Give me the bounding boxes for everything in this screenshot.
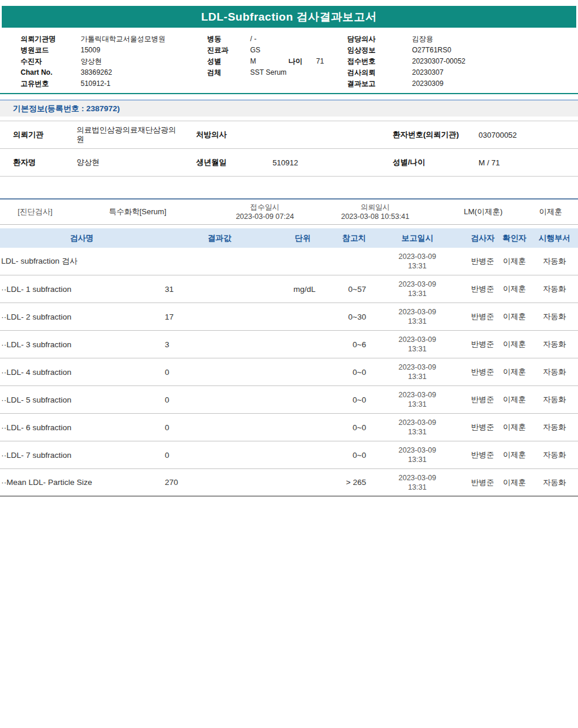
basic-info-row: 의뢰기관 의료법인삼광의료재단삼광의원 처방의사 환자번호(의뢰기관) 0307… <box>0 121 578 149</box>
field-value: 양상현 <box>77 157 196 168</box>
col-header-department: 시행부서 <box>531 233 578 244</box>
result-row: ··LDL- 2 subfraction 17 0~30 2023-03-09 … <box>0 303 578 331</box>
report-datetime: 2023-03-09 13:31 <box>367 280 467 298</box>
header-field-row: 진료과 GS <box>207 45 324 56</box>
report-time: 13:31 <box>367 455 467 464</box>
field-label: 생년월일 <box>196 157 273 168</box>
basic-info-row: 환자명 양상현 생년월일 510912 성별/나이 M / 71 <box>0 149 578 177</box>
header-field-row: 병원코드 15009 <box>21 45 165 56</box>
report-date: 2023-03-09 <box>367 473 467 483</box>
header-field-row: 검체 SST Serum <box>207 67 324 78</box>
department: 자동화 <box>531 256 578 267</box>
field-label: 진료과 <box>207 45 250 56</box>
test-name: ··LDL- 6 subfraction <box>0 423 164 432</box>
report-datetime: 2023-03-09 13:31 <box>367 252 467 271</box>
field-label: 처방의사 <box>196 129 273 140</box>
results-section: [진단검사] 특수화학[Serum] 접수일시 2023-03-09 07:24… <box>0 198 578 497</box>
field-value-text: 의료법인삼광의료재단삼광의원 <box>77 125 178 144</box>
order-label: 의뢰일시 <box>330 202 421 212</box>
field-label: 환자명 <box>0 157 77 168</box>
field-label: 병원코드 <box>21 45 81 56</box>
department: 자동화 <box>531 311 578 322</box>
result-row: ··LDL- 5 subfraction 0 0~0 2023-03-09 13… <box>0 386 578 414</box>
department: 자동화 <box>531 477 578 488</box>
department: 자동화 <box>531 367 578 377</box>
result-value: 17 <box>164 313 233 321</box>
test-category: [진단검사] <box>18 207 52 217</box>
confirmer: 이제훈 <box>498 477 531 488</box>
field-value: 김장용 <box>412 34 433 45</box>
report-date: 2023-03-09 <box>367 363 467 372</box>
result-value: 0 <box>164 395 233 404</box>
col-header-test-name: 검사명 <box>0 233 164 244</box>
page-title: LDL-Subfraction 검사결과보고서 <box>201 9 377 25</box>
confirmer: 이제훈 <box>498 311 531 322</box>
field-value: 양상현 <box>81 56 102 67</box>
tester: 반병준 <box>467 256 498 267</box>
report-date: 2023-03-09 <box>367 307 467 317</box>
patient-header-middle: 병동 / - 진료과 GS 성별 M 나이 71 검체 SST Serum <box>207 34 324 78</box>
order-datetime: 의뢰일시 2023-03-08 10:53:41 <box>330 202 421 221</box>
test-panel: 특수화학[Serum] <box>109 207 167 217</box>
reference-range: 0~0 <box>317 451 367 460</box>
col-header-unit: 단위 <box>233 233 317 244</box>
basic-info-section-header: 기본정보(등록번호 : 2387972) <box>0 99 578 117</box>
patient-header-left: 의뢰기관명 가톨릭대학교서울성모병원 병원코드 15009 수진자 양상현 Ch… <box>21 34 165 89</box>
test-name: ··LDL- 3 subfraction <box>0 340 164 349</box>
field-label: 고유번호 <box>21 78 81 89</box>
receive-value: 2023-03-09 07:24 <box>194 212 335 221</box>
header-field-row: 임상정보 O27T61RS0 <box>347 45 466 56</box>
field-value: 15009 <box>81 45 100 56</box>
report-time: 13:31 <box>367 400 467 409</box>
reference-range: 0~0 <box>317 395 367 404</box>
report-datetime: 2023-03-09 13:31 <box>367 363 467 381</box>
reference-range: 0~30 <box>317 313 367 321</box>
report-date: 2023-03-09 <box>367 335 467 344</box>
result-value: 0 <box>164 423 233 432</box>
department: 자동화 <box>531 394 578 405</box>
field-value: O27T61RS0 <box>412 45 451 56</box>
report-page: LDL-Subfraction 검사결과보고서 의뢰기관명 가톨릭대학교서울성모… <box>0 0 578 728</box>
field-label: 의뢰기관명 <box>21 34 81 45</box>
field-value: 20230309 <box>412 78 443 89</box>
report-date: 2023-03-09 <box>367 446 467 455</box>
receive-label: 접수일시 <box>194 202 335 212</box>
header-field-row: Chart No. 38369262 <box>21 67 165 78</box>
reader-name: 이제훈 <box>539 207 562 217</box>
tester: 반병준 <box>467 477 498 488</box>
field-label: Chart No. <box>21 67 81 78</box>
result-value: 3 <box>164 340 233 349</box>
test-meta-row: [진단검사] 특수화학[Serum] 접수일시 2023-03-09 07:24… <box>0 198 578 225</box>
results-header-row: 검사명 결과값 단위 참고치 보고일시 검사자 확인자 시행부서 <box>0 228 578 248</box>
reference-range: 0~6 <box>317 340 367 349</box>
department: 자동화 <box>531 284 578 294</box>
order-value: 2023-03-08 10:53:41 <box>330 212 421 221</box>
field-value: 510912 <box>273 158 393 167</box>
test-name: ··LDL- 1 subfraction <box>0 285 164 294</box>
tester: 반병준 <box>467 339 498 350</box>
field-value: SST Serum <box>250 67 287 78</box>
reference-range: > 265 <box>317 478 367 487</box>
test-name: ··LDL- 7 subfraction <box>0 451 164 460</box>
field-label: 접수번호 <box>347 56 412 67</box>
result-value: 0 <box>164 368 233 377</box>
field-label: 의뢰기관 <box>0 129 77 140</box>
report-date: 2023-03-09 <box>367 390 467 400</box>
basic-info-table: 의뢰기관 의료법인삼광의료재단삼광의원 처방의사 환자번호(의뢰기관) 0307… <box>0 121 578 177</box>
confirmer: 이제훈 <box>498 394 531 405</box>
reference-range: 0~0 <box>317 368 367 377</box>
confirmer: 이제훈 <box>498 256 531 267</box>
report-time: 13:31 <box>367 317 467 326</box>
report-time: 13:31 <box>367 372 467 381</box>
field-value: / - <box>250 34 257 45</box>
report-date: 2023-03-09 <box>367 280 467 289</box>
tester: 반병준 <box>467 311 498 322</box>
field-label: 검사의뢰 <box>347 67 412 78</box>
result-row: ··Mean LDL- Particle Size 270 > 265 2023… <box>0 469 578 497</box>
field-label: 결과보고 <box>347 78 412 89</box>
header-field-row: 담당의사 김장용 <box>347 34 466 45</box>
confirmer: 이제훈 <box>498 339 531 350</box>
patient-header-right: 담당의사 김장용 임상정보 O27T61RS0 접수번호 20230307-00… <box>347 34 466 89</box>
field-value: 71 <box>316 56 324 67</box>
report-datetime: 2023-03-09 13:31 <box>367 446 467 464</box>
